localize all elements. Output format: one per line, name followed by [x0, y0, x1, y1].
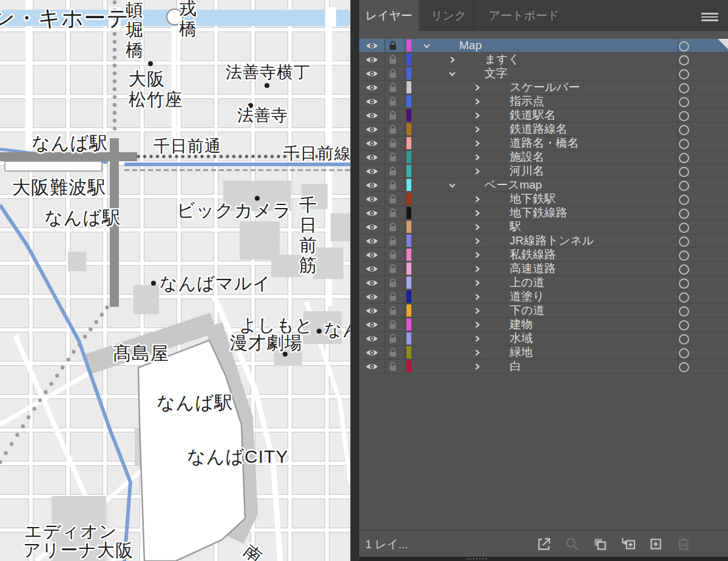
chevron-down-icon[interactable] [448, 69, 457, 78]
layer-row[interactable]: ますく [359, 53, 728, 67]
chevron-right-icon[interactable] [473, 97, 482, 106]
visibility-toggle[interactable] [363, 276, 381, 289]
target-circle[interactable] [679, 223, 689, 233]
layer-row[interactable]: 白 [359, 360, 728, 374]
layer-row[interactable]: Map [359, 39, 728, 53]
layer-name[interactable]: 高速道路 [510, 262, 556, 275]
lock-toggle[interactable] [386, 304, 399, 317]
panel-resize-strip[interactable] [359, 557, 728, 561]
visibility-toggle[interactable] [363, 123, 381, 136]
layer-name[interactable]: ベースmap [485, 178, 542, 192]
layer-row[interactable]: 駅 [359, 220, 728, 234]
chevron-right-icon[interactable] [473, 250, 482, 260]
tab-layers[interactable]: レイヤー [359, 0, 419, 31]
lock-toggle[interactable] [386, 220, 399, 233]
layer-name[interactable]: 下の道 [510, 304, 544, 317]
layer-name[interactable]: ますく [485, 53, 520, 66]
new-layer-icon[interactable] [648, 536, 664, 552]
layer-row[interactable]: 施設名 [359, 150, 728, 164]
target-circle[interactable] [679, 320, 689, 331]
target-circle[interactable] [679, 181, 689, 191]
target-circle[interactable] [679, 362, 689, 372]
target-circle[interactable] [679, 264, 689, 275]
chevron-right-icon[interactable] [473, 334, 482, 343]
target-circle[interactable] [679, 306, 689, 317]
chevron-right-icon[interactable] [473, 195, 482, 204]
visibility-toggle[interactable] [363, 81, 381, 94]
chevron-right-icon[interactable] [473, 83, 482, 92]
layer-row[interactable]: 下の道 [359, 304, 728, 318]
layer-row[interactable]: 緑地 [359, 346, 728, 360]
layer-name[interactable]: 指示点 [510, 95, 544, 108]
visibility-toggle[interactable] [363, 150, 381, 164]
layer-row[interactable]: 建物 [359, 318, 728, 332]
layer-name[interactable]: 文字 [485, 67, 508, 80]
layer-row[interactable]: スケールバー [359, 81, 728, 95]
lock-toggle[interactable] [386, 178, 399, 192]
target-circle[interactable] [679, 195, 689, 205]
chevron-right-icon[interactable] [473, 125, 482, 134]
layer-name[interactable]: 河川名 [510, 164, 544, 178]
visibility-toggle[interactable] [363, 109, 381, 122]
lock-toggle[interactable] [386, 206, 399, 220]
lock-toggle[interactable] [386, 109, 399, 122]
lock-toggle[interactable] [386, 276, 399, 289]
chevron-right-icon[interactable] [473, 237, 482, 246]
layer-row[interactable]: 道塗り [359, 290, 728, 304]
visibility-toggle[interactable] [363, 220, 381, 233]
visibility-toggle[interactable] [363, 206, 381, 220]
visibility-toggle[interactable] [363, 290, 381, 303]
export-icon[interactable] [536, 536, 552, 552]
layer-name[interactable]: 上の道 [510, 276, 544, 289]
chevron-right-icon[interactable] [473, 139, 482, 148]
layer-row[interactable]: 河川名 [359, 164, 728, 178]
lock-toggle[interactable] [386, 360, 399, 373]
chevron-right-icon[interactable] [473, 348, 482, 357]
layer-row[interactable]: ベースmap [359, 178, 728, 192]
visibility-toggle[interactable] [363, 234, 381, 247]
visibility-toggle[interactable] [363, 318, 381, 331]
target-circle[interactable] [679, 153, 689, 163]
lock-toggle[interactable] [386, 81, 399, 94]
layer-name[interactable]: 駅 [510, 220, 521, 233]
target-circle[interactable] [679, 278, 689, 289]
tab-artboards[interactable]: アートボード [478, 0, 569, 31]
visibility-toggle[interactable] [363, 248, 381, 261]
layer-name[interactable]: 道塗り [510, 290, 544, 303]
lock-toggle[interactable] [386, 234, 399, 247]
visibility-toggle[interactable] [363, 67, 381, 80]
layer-row[interactable]: 鉄道駅名 [359, 109, 728, 123]
chevron-right-icon[interactable] [473, 223, 482, 232]
layer-name[interactable]: 鉄道路線名 [510, 123, 567, 136]
chevron-right-icon[interactable] [473, 320, 482, 329]
visibility-toggle[interactable] [363, 53, 381, 66]
visibility-toggle[interactable] [363, 39, 381, 52]
make-clipping-mask-icon[interactable] [592, 536, 608, 552]
visibility-toggle[interactable] [363, 136, 381, 150]
visibility-toggle[interactable] [363, 304, 381, 317]
chevron-right-icon[interactable] [448, 55, 457, 64]
visibility-toggle[interactable] [363, 346, 381, 359]
layer-name[interactable]: 地下鉄線路 [510, 206, 567, 220]
chevron-down-icon[interactable] [422, 41, 432, 50]
layer-name[interactable]: スケールバー [510, 81, 580, 94]
layer-name[interactable]: 緑地 [510, 346, 533, 359]
target-circle[interactable] [679, 334, 689, 344]
lock-toggle[interactable] [386, 290, 399, 303]
new-sublayer-icon[interactable] [620, 536, 636, 552]
layer-row[interactable]: 上の道 [359, 276, 728, 290]
lock-toggle[interactable] [386, 318, 399, 331]
target-circle[interactable] [679, 55, 689, 66]
layer-row[interactable]: 私鉄線路 [359, 248, 728, 262]
lock-toggle[interactable] [386, 332, 399, 345]
lock-toggle[interactable] [386, 150, 399, 164]
target-circle[interactable] [679, 250, 689, 261]
lock-toggle[interactable] [386, 53, 399, 66]
target-circle[interactable] [679, 97, 689, 107]
chevron-down-icon[interactable] [448, 181, 457, 190]
visibility-toggle[interactable] [363, 164, 381, 178]
target-circle[interactable] [679, 69, 689, 79]
target-circle[interactable] [679, 292, 689, 303]
layer-name[interactable]: 建物 [510, 318, 533, 331]
lock-toggle[interactable] [386, 136, 399, 150]
